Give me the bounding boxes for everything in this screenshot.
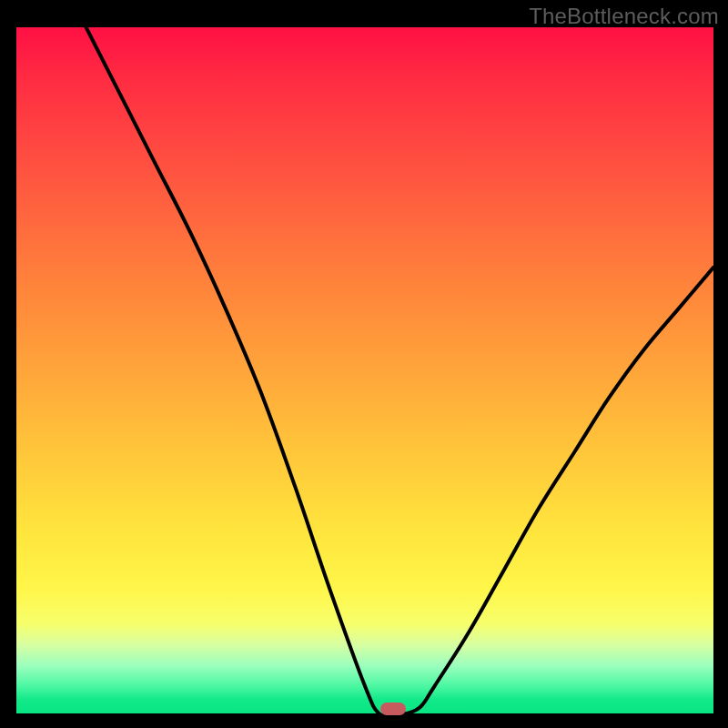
chart-frame: TheBottleneck.com bbox=[0, 0, 728, 728]
bottleneck-curve bbox=[16, 27, 713, 713]
plot-area bbox=[16, 27, 713, 713]
optimal-marker bbox=[380, 703, 406, 715]
watermark-text: TheBottleneck.com bbox=[529, 4, 719, 29]
